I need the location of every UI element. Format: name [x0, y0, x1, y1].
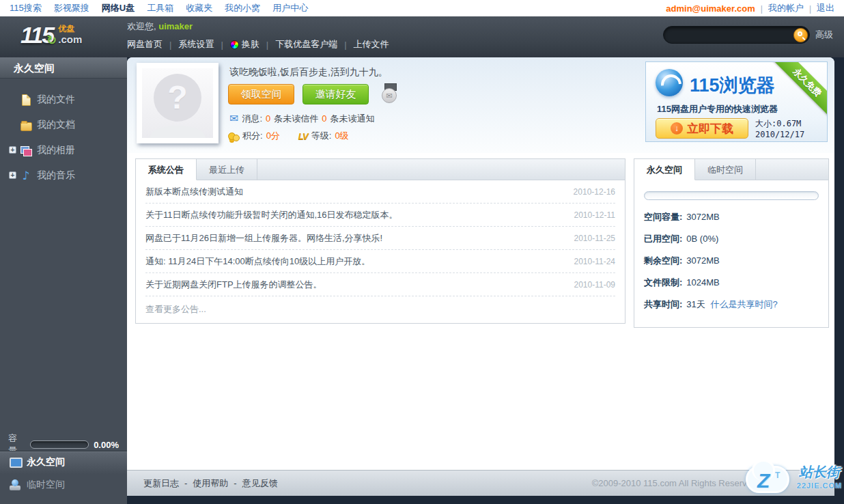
- space-usage-bar: [644, 191, 819, 200]
- header: 115 ↻ 优盘 .com 欢迎您, uimaker 网盘首页 系统设置 换肤 …: [0, 16, 844, 57]
- sidebar-item-my-files[interactable]: 我的文件: [0, 87, 127, 112]
- medal-badge[interactable]: ✉: [381, 83, 399, 105]
- sidebar-item-my-docs[interactable]: 我的文档: [0, 112, 127, 137]
- nav-system-settings[interactable]: 系统设置: [163, 38, 214, 51]
- avatar[interactable]: ?: [137, 63, 219, 143]
- my-account-link[interactable]: 我的帐户: [768, 2, 804, 14]
- announcements-panel: 系统公告 最近上传 新版本断点续传测试通知 2010-12-16 关于11日断点…: [135, 158, 625, 324]
- topbar-link-user-center[interactable]: 用户中心: [272, 2, 308, 14]
- announcement-link[interactable]: 关于11日断点续传功能升级暂时关闭的通知,16日发布稳定版本。: [145, 209, 398, 221]
- sidebar-item-my-albums[interactable]: + 我的相册: [0, 137, 127, 163]
- question-mark-icon: ?: [154, 74, 201, 122]
- page: 115搜索 影视聚搜 网络U盘 工具箱 收藏夹 我的小窝 用户中心 admin@…: [0, 0, 844, 504]
- nav-download-client-label: 下载优盘客户端: [275, 38, 337, 51]
- logo-right: 优盘 .com: [58, 23, 82, 44]
- download-now-button[interactable]: ↓ 立即下载: [656, 118, 748, 139]
- unread-mail-link[interactable]: 条未读信件: [274, 113, 318, 125]
- watermark-text: 站长街 22JIE.COM: [791, 463, 844, 490]
- sidebar-tab-permanent-space[interactable]: 永久空间: [0, 451, 127, 473]
- announcement-link[interactable]: 关于近期网盘关闭FTP上传服务的调整公告。: [145, 279, 322, 291]
- points-value: 0分: [266, 130, 280, 142]
- message-label: 消息:: [242, 113, 262, 125]
- stat-label: 空间容量:: [644, 212, 682, 222]
- search-pill: [663, 26, 810, 44]
- footer-link-label: 更新日志: [143, 478, 179, 488]
- browser-title: 115浏览器: [690, 73, 775, 98]
- expand-icon[interactable]: +: [9, 146, 16, 154]
- announcement-row: 关于11日断点续传功能升级暂时关闭的通知,16日发布稳定版本。 2010-12-…: [145, 204, 615, 227]
- site-logo[interactable]: 115 ↻ 优盘 .com: [20, 22, 82, 48]
- content-footer: 更新日志 使用帮助 意见反馈 ©2009-2010 115.com All Ri…: [127, 470, 834, 496]
- topbar-link-toolbox[interactable]: 工具箱: [147, 2, 173, 14]
- announcement-date: 2010-11-09: [574, 280, 616, 290]
- tab-temp-space[interactable]: 临时空间: [695, 159, 756, 180]
- separator: [761, 3, 763, 14]
- level-badge-icon: LV: [298, 131, 308, 141]
- capacity-progress-bar: [30, 440, 89, 449]
- unread-mail-count[interactable]: 0: [266, 113, 270, 124]
- username: uimaker: [158, 21, 193, 31]
- separator: [809, 3, 811, 14]
- welcome-line: 欢迎您, uimaker: [127, 20, 193, 33]
- coins-icon: [228, 130, 239, 141]
- view-more-announcements-link[interactable]: 查看更多公告...: [145, 303, 615, 316]
- avatar-silhouette: [150, 126, 205, 138]
- download-date: 2010/12/17: [755, 129, 804, 140]
- search-button[interactable]: [793, 28, 808, 42]
- unread-notice-count[interactable]: 0: [322, 113, 326, 124]
- logout-link[interactable]: 退出: [817, 2, 834, 14]
- footer-link-changelog[interactable]: 更新日志: [143, 477, 179, 490]
- search-input[interactable]: [672, 28, 785, 42]
- sidebar-header-permanent-space: 永久空间: [0, 57, 127, 79]
- nav-download-client[interactable]: 下载优盘客户端: [259, 38, 337, 51]
- drive-icon: [10, 479, 21, 490]
- topbar-link-network-udisk[interactable]: 网络U盘: [102, 2, 135, 14]
- sidebar-tab-temp-space[interactable]: 临时空间: [0, 474, 127, 496]
- account-email-link[interactable]: admin@uimaker.com: [666, 3, 755, 14]
- sidebar-item-my-music[interactable]: + ♪ 我的音乐: [0, 163, 127, 188]
- tab-system-announcements[interactable]: 系统公告: [136, 159, 197, 180]
- logo-com-text: .com: [58, 35, 82, 44]
- copyright-text: ©2009-2010 115.com All Rights Reserved: [592, 478, 757, 488]
- download-meta: 大小:0.67M 2010/12/17: [755, 118, 804, 140]
- topbar-links: 115搜索 影视聚搜 网络U盘 工具箱 收藏夹 我的小窝 用户中心: [10, 2, 308, 14]
- watermark-t-glyph: T: [775, 471, 780, 480]
- what-is-share-time-link[interactable]: 什么是共享时间?: [710, 299, 777, 309]
- album-icon: [20, 144, 32, 156]
- advanced-search-link[interactable]: 高级: [815, 29, 833, 41]
- topbar-link-video-search[interactable]: 影视聚搜: [54, 2, 89, 14]
- folder-icon: [20, 119, 32, 131]
- sidebar-tab-temp-label: 临时空间: [27, 479, 65, 491]
- nav-system-settings-label: 系统设置: [178, 38, 214, 51]
- level-value: 0级: [335, 130, 348, 142]
- expand-icon[interactable]: +: [9, 171, 16, 179]
- nav-change-skin[interactable]: 换肤: [214, 38, 259, 51]
- footer-link-help[interactable]: 使用帮助: [179, 477, 228, 490]
- sidebar-item-label: 我的文档: [37, 119, 75, 131]
- logo-swirl-icon: ↻: [46, 33, 57, 48]
- stat-label: 共享时间:: [644, 299, 682, 309]
- watermark-z-glyph: Z: [757, 469, 770, 492]
- download-size: 大小:0.67M: [755, 118, 804, 129]
- topbar-link-115search[interactable]: 115搜索: [10, 2, 42, 14]
- tab-recent-uploads[interactable]: 最近上传: [197, 159, 257, 180]
- nav-disk-home[interactable]: 网盘首页: [127, 38, 163, 51]
- footer-link-feedback[interactable]: 意见反馈: [228, 477, 277, 490]
- invite-friends-button[interactable]: 邀请好友: [303, 84, 369, 104]
- unread-notice-link[interactable]: 条未读通知: [330, 113, 375, 125]
- footer-link-label: 使用帮助: [193, 478, 228, 488]
- nav-upload-file[interactable]: 上传文件: [337, 38, 389, 51]
- space-tabbar: 永久空间 临时空间: [634, 159, 828, 180]
- user-info-strip: ? 该吃晚饭啦,饭后百步走,活到九十九。 领取空间 邀请好友 ✉ ✉ 消息: 0…: [127, 57, 834, 153]
- tab-permanent-space[interactable]: 永久空间: [634, 159, 695, 180]
- announcement-link[interactable]: 网盘已于11月26日新增一组上传服务器。网络生活,分享快乐!: [145, 232, 382, 244]
- sidebar-tab-permanent-label: 永久空间: [27, 456, 65, 468]
- topbar-link-my-nest[interactable]: 我的小窝: [225, 2, 260, 14]
- announcement-link[interactable]: 新版本断点续传测试通知: [145, 186, 243, 198]
- claim-space-button[interactable]: 领取空间: [228, 84, 294, 104]
- topbar-link-favorites[interactable]: 收藏夹: [186, 2, 212, 14]
- announcement-link[interactable]: 通知: 11月24日下午14:00断点续传向10级以上用户开放。: [145, 255, 370, 268]
- points-label: 积分:: [242, 130, 263, 142]
- watermark-cloud-icon: Z T: [746, 466, 789, 493]
- palette-icon: [230, 40, 239, 49]
